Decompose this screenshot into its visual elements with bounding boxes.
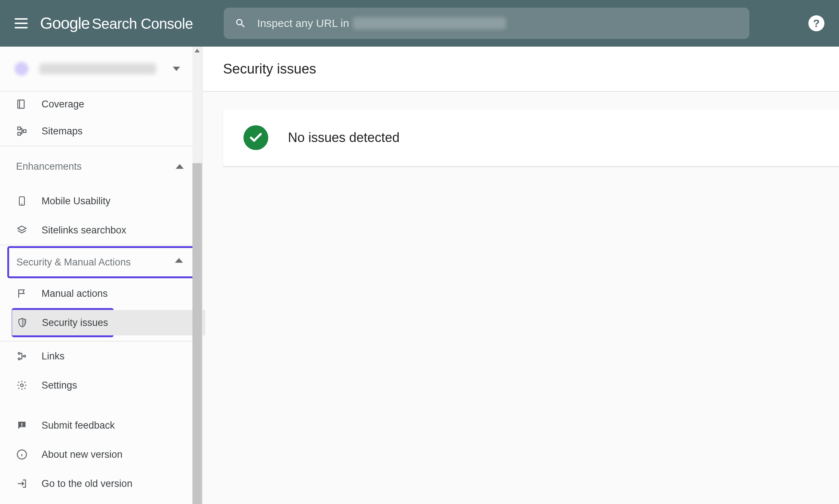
section-header-enhancements[interactable]: Enhancements bbox=[0, 146, 202, 186]
page-title: Security issues bbox=[223, 61, 316, 77]
menu-icon[interactable] bbox=[15, 16, 29, 31]
chevron-up-icon bbox=[175, 258, 183, 263]
sidebar-item-label: About new version bbox=[42, 449, 122, 460]
svg-point-8 bbox=[24, 355, 26, 357]
sitemap-icon bbox=[15, 126, 28, 137]
sidebar-item-label: Sitelinks searchbox bbox=[42, 225, 126, 236]
sidebar-item-label: Settings bbox=[42, 380, 77, 391]
sidebar-item-label: Security issues bbox=[42, 317, 108, 328]
search-placeholder-text: Inspect any URL in bbox=[257, 17, 349, 29]
search-blurred-value bbox=[353, 17, 506, 29]
sidebar-item-sitelinks-searchbox[interactable]: Sitelinks searchbox bbox=[0, 216, 202, 245]
url-inspect-search[interactable]: Inspect any URL in bbox=[224, 8, 749, 39]
coverage-icon bbox=[15, 99, 28, 110]
exit-icon bbox=[15, 478, 28, 489]
sidebar: Coverage Sitemaps Enhancements Mobile Us… bbox=[0, 47, 203, 504]
sidebar-item-security-issues[interactable]: Security issues bbox=[12, 310, 205, 335]
sidebar-item-old-version[interactable]: Go to the old version bbox=[0, 469, 202, 498]
gear-icon bbox=[15, 380, 28, 391]
sidebar-item-mobile-usability[interactable]: Mobile Usability bbox=[0, 186, 202, 216]
svg-point-7 bbox=[18, 358, 20, 360]
sidebar-scrollbar[interactable] bbox=[192, 47, 202, 504]
sidebar-scrollbar-thumb[interactable] bbox=[192, 163, 202, 504]
logo-google-text: Google bbox=[40, 14, 90, 32]
sidebar-item-label: Submit feedback bbox=[42, 420, 115, 431]
status-message: No issues detected bbox=[288, 130, 399, 145]
sidebar-item-label: Sitemaps bbox=[42, 126, 83, 137]
sidebar-item-label: Links bbox=[42, 351, 65, 362]
phone-icon bbox=[15, 195, 28, 207]
shield-icon bbox=[16, 317, 29, 328]
property-name-blurred bbox=[39, 63, 156, 74]
main-content: Security issues No issues detected bbox=[203, 47, 839, 504]
svg-rect-2 bbox=[18, 133, 21, 135]
page-header: Security issues bbox=[203, 47, 839, 92]
sidebar-item-sitemaps[interactable]: Sitemaps bbox=[0, 117, 202, 146]
flag-icon bbox=[15, 288, 28, 299]
svg-point-9 bbox=[20, 384, 23, 387]
sidebar-item-label: Go to the old version bbox=[42, 478, 132, 489]
logo-product-text: Search Console bbox=[92, 16, 193, 32]
property-favicon bbox=[15, 62, 28, 76]
caret-down-icon bbox=[173, 67, 180, 71]
svg-rect-10 bbox=[22, 423, 23, 425]
svg-rect-0 bbox=[18, 100, 24, 109]
info-icon bbox=[15, 449, 28, 460]
layers-icon bbox=[15, 225, 28, 236]
links-icon bbox=[15, 351, 28, 362]
sidebar-item-settings[interactable]: Settings bbox=[0, 371, 202, 400]
check-circle-icon bbox=[243, 125, 268, 150]
sidebar-item-coverage[interactable]: Coverage bbox=[0, 92, 202, 117]
svg-rect-3 bbox=[23, 130, 26, 133]
svg-point-6 bbox=[18, 353, 20, 354]
sidebar-item-label: Mobile Usability bbox=[42, 196, 110, 207]
svg-point-5 bbox=[22, 204, 22, 204]
sidebar-item-about[interactable]: About new version bbox=[0, 440, 202, 469]
product-logo: Google Search Console bbox=[40, 14, 193, 32]
svg-rect-1 bbox=[18, 127, 21, 130]
highlight-security-issues: Security issues bbox=[12, 308, 114, 337]
scroll-up-arrow-icon[interactable] bbox=[195, 49, 200, 52]
section-title: Enhancements bbox=[16, 161, 82, 172]
feedback-icon bbox=[15, 420, 28, 431]
sidebar-item-manual-actions[interactable]: Manual actions bbox=[0, 279, 202, 308]
help-icon: ? bbox=[813, 17, 820, 29]
top-header: Google Search Console Inspect any URL in… bbox=[0, 0, 839, 47]
sidebar-item-links[interactable]: Links bbox=[0, 342, 202, 371]
chevron-up-icon bbox=[176, 164, 184, 169]
help-button[interactable]: ? bbox=[808, 15, 824, 31]
highlight-security-section: Security & Manual Actions bbox=[7, 246, 195, 278]
section-header-security[interactable]: Security & Manual Actions bbox=[9, 248, 194, 276]
status-card: No issues detected bbox=[223, 109, 839, 166]
property-selector[interactable] bbox=[0, 47, 202, 92]
sidebar-item-label: Coverage bbox=[42, 99, 84, 110]
section-title: Security & Manual Actions bbox=[16, 257, 131, 268]
search-icon bbox=[235, 17, 246, 29]
svg-rect-11 bbox=[22, 426, 23, 427]
sidebar-item-label: Manual actions bbox=[42, 288, 108, 299]
sidebar-item-submit-feedback[interactable]: Submit feedback bbox=[0, 411, 202, 440]
